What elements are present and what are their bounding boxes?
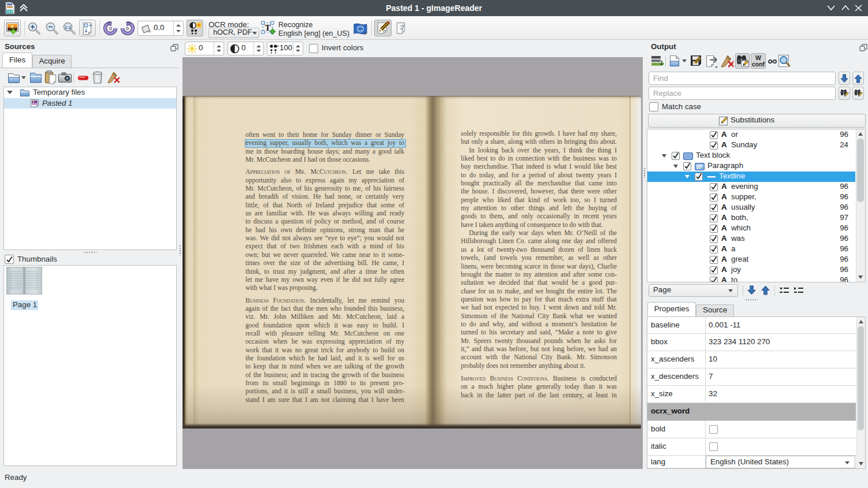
svg-text:1:1: 1:1	[65, 25, 71, 30]
svg-text:OCR: OCR	[6, 10, 13, 13]
